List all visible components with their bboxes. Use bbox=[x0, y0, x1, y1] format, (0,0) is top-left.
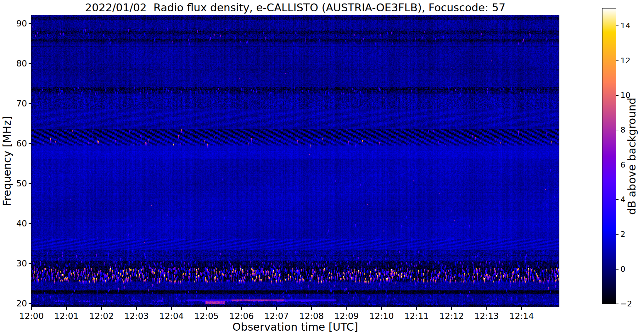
x-axis-tick-label: 12:14 bbox=[500, 311, 544, 321]
y-axis-tick bbox=[29, 303, 31, 304]
y-axis-tick bbox=[29, 63, 31, 64]
x-axis-tick bbox=[521, 307, 522, 310]
y-axis-tick-label: 70 bbox=[3, 99, 27, 109]
y-axis-tick-label: 20 bbox=[3, 299, 27, 309]
x-axis-tick bbox=[66, 307, 67, 310]
colorbar-tick bbox=[616, 234, 619, 235]
y-axis-tick-label: 90 bbox=[3, 19, 27, 29]
y-axis-tick bbox=[29, 223, 31, 224]
colorbar-tick bbox=[616, 26, 619, 26]
y-axis-tick bbox=[29, 103, 31, 104]
x-axis-tick bbox=[101, 307, 102, 310]
y-axis-tick-label: 80 bbox=[3, 59, 27, 69]
y-axis-tick bbox=[29, 143, 31, 144]
y-axis-tick bbox=[29, 263, 31, 264]
colorbar-label: dB above background bbox=[625, 9, 638, 304]
y-axis-tick bbox=[29, 183, 31, 184]
colorbar bbox=[602, 8, 616, 304]
x-axis-tick bbox=[451, 307, 452, 310]
colorbar-tick bbox=[616, 199, 619, 200]
plot-area bbox=[31, 15, 559, 307]
colorbar-tick bbox=[616, 165, 619, 165]
x-axis-tick bbox=[241, 307, 242, 310]
x-axis-tick bbox=[381, 307, 382, 310]
y-axis-tick-label: 30 bbox=[3, 259, 27, 269]
x-axis-label: Observation time [UTC] bbox=[31, 321, 559, 333]
y-axis-tick-label: 60 bbox=[3, 139, 27, 149]
colorbar-tick bbox=[616, 269, 619, 270]
x-axis-tick bbox=[31, 307, 32, 310]
y-axis-tick-label: 40 bbox=[3, 219, 27, 229]
colorbar-tick bbox=[616, 95, 619, 96]
spectrogram-figure: 2022/01/02 Radio flux density, e-CALLIST… bbox=[0, 0, 644, 336]
colorbar-tick bbox=[616, 60, 619, 61]
colorbar-canvas bbox=[602, 9, 616, 304]
x-axis-tick bbox=[416, 307, 417, 310]
x-axis-tick bbox=[276, 307, 277, 310]
x-axis-tick bbox=[311, 307, 312, 310]
x-axis-tick bbox=[206, 307, 207, 310]
y-axis-tick bbox=[29, 23, 31, 24]
chart-title: 2022/01/02 Radio flux density, e-CALLIST… bbox=[31, 1, 559, 14]
x-axis-tick bbox=[171, 307, 172, 310]
colorbar-tick bbox=[616, 130, 619, 130]
y-axis-tick-label: 50 bbox=[3, 179, 27, 189]
x-axis-tick bbox=[486, 307, 487, 310]
spectrogram-canvas bbox=[31, 15, 559, 307]
colorbar-tick bbox=[616, 304, 619, 304]
x-axis-tick bbox=[346, 307, 347, 310]
x-axis-tick bbox=[136, 307, 137, 310]
